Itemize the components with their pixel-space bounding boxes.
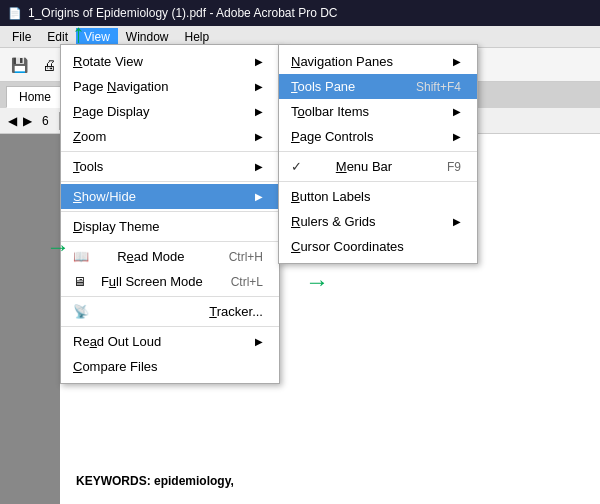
toolbar-items-item[interactable]: Toolbar Items ▶ xyxy=(279,99,477,124)
rulers-grids-item[interactable]: Rulers & Grids ▶ xyxy=(279,209,477,234)
show-hide-submenu: Navigation Panes ▶ Tools Pane Shift+F4 T… xyxy=(278,44,478,264)
menu-edit[interactable]: Edit xyxy=(39,28,76,46)
show-hide-arrow: ▶ xyxy=(255,191,263,202)
view-tools[interactable]: Tools ▶ xyxy=(61,154,279,179)
fullscreen-icon: 🖥 xyxy=(73,274,93,289)
menu-window[interactable]: Window xyxy=(118,28,177,46)
menu-help[interactable]: Help xyxy=(177,28,218,46)
page-controls-arrow: ▶ xyxy=(453,131,461,142)
view-read-mode[interactable]: 📖 Read Mode Ctrl+H xyxy=(61,244,279,269)
read-mode-icon: 📖 xyxy=(73,249,93,264)
page-nav-arrow: ▶ xyxy=(255,81,263,92)
nav-panes-item[interactable]: Navigation Panes ▶ xyxy=(279,49,477,74)
rulers-arrow: ▶ xyxy=(453,216,461,227)
view-zoom[interactable]: Zoom ▶ xyxy=(61,124,279,149)
tools-arrow: ▶ xyxy=(255,161,263,172)
menu-bar-item[interactable]: ✓ Menu Bar F9 xyxy=(279,154,477,179)
view-compare-files[interactable]: Compare Files xyxy=(61,354,279,379)
view-show-hide[interactable]: Show/Hide ▶ xyxy=(61,184,279,209)
show-hide-menu: Navigation Panes ▶ Tools Pane Shift+F4 T… xyxy=(278,44,478,264)
show-hide-arrow-indicator: → xyxy=(46,233,70,261)
nav-forward[interactable]: ▶ xyxy=(23,114,32,128)
view-dropdown-menu: Rotate View ▶ Page Navigation ▶ Page Dis… xyxy=(60,44,280,384)
title-bar: 📄 1_Origins of Epidemiology (1).pdf - Ad… xyxy=(0,0,600,26)
view-menu-dropdown: Rotate View ▶ Page Navigation ▶ Page Dis… xyxy=(60,44,280,384)
view-tracker[interactable]: 📡 Tracker... xyxy=(61,299,279,324)
zoom-arrow: ▶ xyxy=(255,131,263,142)
page-display-arrow: ▶ xyxy=(255,106,263,117)
page-controls-item[interactable]: Page Controls ▶ xyxy=(279,124,477,149)
app-icon: 📄 xyxy=(8,7,22,20)
menu-file[interactable]: File xyxy=(4,28,39,46)
view-page-navigation[interactable]: Page Navigation ▶ xyxy=(61,74,279,99)
tools-pane-arrow-indicator: → xyxy=(305,268,329,296)
print-button[interactable]: 🖨 xyxy=(36,52,62,78)
view-display-theme[interactable]: Display Theme xyxy=(61,214,279,239)
view-rotate[interactable]: Rotate View ▶ xyxy=(61,49,279,74)
read-loud-arrow: ▶ xyxy=(255,336,263,347)
rotate-arrow: ▶ xyxy=(255,56,263,67)
view-fullscreen[interactable]: 🖥 Full Screen Mode Ctrl+L xyxy=(61,269,279,294)
save-button[interactable]: 💾 xyxy=(6,52,32,78)
toolbar-items-arrow: ▶ xyxy=(453,106,461,117)
button-labels-item[interactable]: Button Labels xyxy=(279,184,477,209)
keywords: KEYWORDS: epidemiology, xyxy=(76,474,234,488)
view-arrow-indicator: ↑ xyxy=(72,20,85,46)
cursor-coordinates-item[interactable]: Cursor Coordinates xyxy=(279,234,477,259)
nav-back[interactable]: ◀ xyxy=(8,114,17,128)
tracker-icon: 📡 xyxy=(73,304,93,319)
view-page-display[interactable]: Page Display ▶ xyxy=(61,99,279,124)
tab-home[interactable]: Home xyxy=(6,86,64,108)
tools-pane-item[interactable]: Tools Pane Shift+F4 xyxy=(279,74,477,99)
checkmark-icon: ✓ xyxy=(291,159,305,174)
view-read-out-loud[interactable]: Read Out Loud ▶ xyxy=(61,329,279,354)
nav-panes-arrow: ▶ xyxy=(453,56,461,67)
